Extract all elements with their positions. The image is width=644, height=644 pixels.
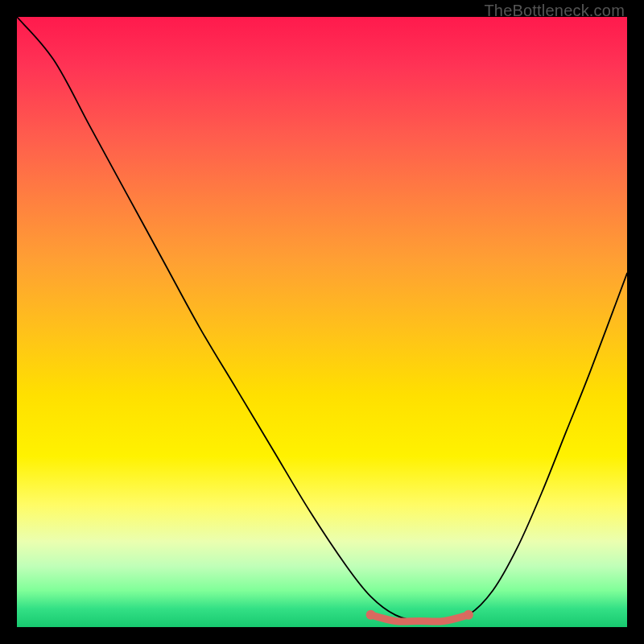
chart-svg bbox=[17, 17, 627, 627]
optimal-start-dot bbox=[366, 610, 376, 620]
bottleneck-curve-path bbox=[17, 17, 627, 621]
plot-area bbox=[17, 17, 627, 627]
optimal-band-path bbox=[371, 615, 469, 621]
optimal-end-dot bbox=[464, 610, 473, 620]
chart-container: TheBottleneck.com bbox=[0, 0, 644, 644]
